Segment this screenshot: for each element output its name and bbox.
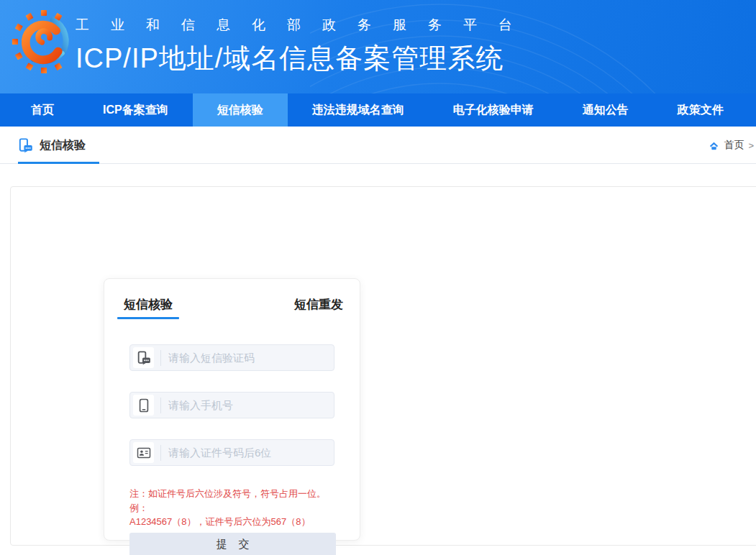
sms-verify-card: 短信核验 短信重发 bbox=[104, 278, 360, 541]
tab-sms-resend-label: 短信重发 bbox=[294, 298, 343, 311]
nav-item-policy-docs[interactable]: 政策文件 bbox=[653, 93, 748, 127]
section-heading: 短信核验 bbox=[18, 127, 86, 164]
breadcrumb-bar: 短信核验 首页 > bbox=[0, 127, 756, 164]
nav-item-e-verify-apply[interactable]: 电子化核验申请 bbox=[429, 93, 558, 127]
sms-code-icon bbox=[133, 347, 154, 368]
form-fields bbox=[104, 344, 360, 466]
nav-item-illegal-domain-query[interactable]: 违法违规域名查询 bbox=[288, 93, 429, 127]
nav-item-notices[interactable]: 通知公告 bbox=[558, 93, 653, 127]
input-divider bbox=[160, 350, 161, 366]
note-line1: 注：如证件号后六位涉及符号，符号占用一位。例： bbox=[129, 488, 326, 513]
id-last6-field bbox=[129, 439, 334, 466]
section-title: 短信核验 bbox=[40, 138, 86, 153]
sms-chat-icon bbox=[18, 138, 33, 153]
content-panel: 短信核验 短信重发 bbox=[10, 186, 756, 546]
home-icon bbox=[709, 140, 719, 151]
platform-tagline: 工业和信息化部政务服务平台 bbox=[76, 16, 534, 35]
nav-item-icp-query[interactable]: ICP备案查询 bbox=[78, 93, 193, 127]
id-card-icon bbox=[133, 442, 154, 463]
tab-sms-verify-label: 短信核验 bbox=[124, 298, 173, 311]
nav-item-sms-verify[interactable]: 短信核验 bbox=[193, 93, 288, 127]
breadcrumb: 首页 > bbox=[709, 127, 754, 164]
breadcrumb-separator: > bbox=[748, 140, 754, 151]
submit-button[interactable]: 提 交 bbox=[129, 533, 336, 555]
main-nav: 首页 ICP备案查询 短信核验 违法违规域名查询 电子化核验申请 通知公告 政策… bbox=[0, 93, 756, 127]
id-symbol-note: 注：如证件号后六位涉及符号，符号占用一位。例：A1234567（8），证件号后六… bbox=[129, 487, 334, 529]
sms-code-field bbox=[129, 344, 334, 371]
active-tab-underline bbox=[117, 317, 179, 319]
mobile-phone-icon bbox=[133, 395, 154, 416]
tab-sms-resend[interactable]: 短信重发 bbox=[288, 296, 350, 319]
tab-sms-verify[interactable]: 短信核验 bbox=[117, 296, 179, 319]
nav-item-home[interactable]: 首页 bbox=[6, 93, 78, 127]
card-tabs: 短信核验 短信重发 bbox=[104, 296, 360, 319]
input-divider bbox=[160, 398, 161, 413]
miit-logo-icon bbox=[12, 7, 76, 76]
section-active-underline bbox=[18, 162, 99, 164]
breadcrumb-home-link[interactable]: 首页 bbox=[724, 139, 744, 152]
site-header: 工业和信息化部政务服务平台 ICP/IP地址/域名信息备案管理系统 bbox=[0, 0, 756, 93]
input-divider bbox=[160, 445, 161, 461]
note-line2: A1234567（8），证件号后六位为567（8） bbox=[129, 516, 310, 527]
id-last6-input[interactable] bbox=[168, 446, 334, 459]
mobile-input[interactable] bbox=[168, 399, 334, 411]
sms-code-input[interactable] bbox=[168, 352, 334, 364]
mobile-field bbox=[129, 392, 334, 418]
site-title: ICP/IP地址/域名信息备案管理系统 bbox=[76, 40, 534, 77]
